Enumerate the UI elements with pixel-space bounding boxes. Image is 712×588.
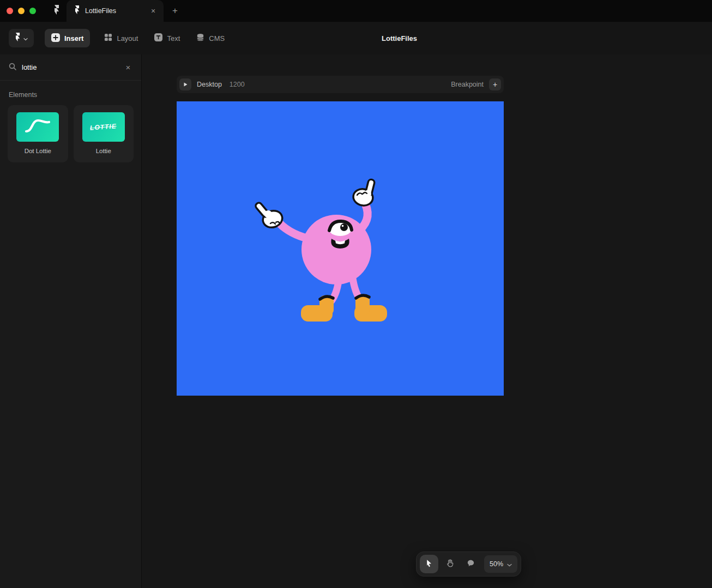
search-icon [9, 63, 16, 72]
lottie-thumbnail: LOTTIE [82, 112, 125, 142]
zoom-control[interactable]: 50% [484, 555, 517, 573]
main-menu-button[interactable] [9, 29, 34, 47]
comment-icon [466, 559, 475, 570]
element-cards: Dot Lottie LOTTIE Lottie [0, 105, 141, 162]
framer-logo-icon [74, 5, 80, 16]
cms-database-icon [196, 33, 204, 43]
hand-icon [445, 559, 455, 570]
select-tool-button[interactable] [420, 555, 438, 573]
chevron-down-icon [507, 559, 512, 569]
tab-title: LottieFiles [85, 7, 143, 15]
toolbar: Insert Layout Text CMS LottieFiles [0, 22, 712, 54]
insert-panel: × Elements Dot Lottie LOTTIE Lottie [0, 54, 142, 588]
close-window-button[interactable] [7, 8, 13, 14]
primary-breakpoint-button[interactable] [179, 78, 191, 90]
character-illustration [177, 101, 504, 396]
titlebar: LottieFiles × + [0, 0, 712, 22]
layout-button[interactable]: Layout [98, 29, 144, 47]
search-clear-icon[interactable]: × [123, 63, 134, 72]
add-breakpoint-button[interactable]: + [489, 78, 501, 90]
framer-logo-icon [15, 33, 21, 44]
text-label: Text [167, 34, 180, 43]
insert-icon [51, 33, 60, 44]
chevron-down-icon [23, 33, 28, 43]
text-button[interactable]: Text [148, 29, 186, 47]
view-controls-toolbar: 50% [416, 551, 521, 577]
layout-label: Layout [117, 34, 138, 43]
home-button[interactable] [50, 4, 63, 17]
breakpoint-add-label: Breakpoint [451, 81, 484, 88]
project-title: LottieFiles [382, 22, 417, 54]
canvas[interactable]: Desktop 1200 Breakpoint + [142, 54, 712, 588]
element-card-lottie[interactable]: LOTTIE Lottie [74, 105, 134, 162]
search-bar: × [0, 54, 141, 81]
maximize-window-button[interactable] [29, 8, 36, 14]
desktop-artboard[interactable] [177, 101, 504, 396]
breakpoint-width-value[interactable]: 1200 [230, 81, 245, 88]
new-tab-button[interactable]: + [169, 5, 181, 17]
cms-button[interactable]: CMS [190, 29, 231, 47]
tab-close-icon[interactable]: × [148, 6, 158, 16]
play-icon [183, 80, 188, 89]
text-icon [154, 33, 162, 43]
elements-section-label: Elements [9, 91, 132, 99]
element-label: Dot Lottie [25, 148, 51, 154]
dot-lottie-thumbnail [16, 112, 59, 142]
cms-label: CMS [209, 34, 225, 43]
lottie-wordmark-icon: LOTTIE [90, 122, 117, 131]
breakpoint-device-label[interactable]: Desktop [197, 81, 222, 88]
breakpoint-bar: Desktop 1200 Breakpoint + [177, 76, 504, 93]
comment-tool-button[interactable] [461, 555, 480, 573]
zoom-level: 50% [490, 560, 503, 568]
cursor-icon [425, 559, 434, 570]
dot-lottie-curve-icon [23, 117, 52, 137]
framer-logo-icon [53, 5, 60, 17]
search-input[interactable] [22, 63, 123, 71]
minimize-window-button[interactable] [18, 8, 25, 14]
insert-label: Insert [64, 34, 83, 43]
pan-tool-button[interactable] [441, 555, 459, 573]
layout-icon [104, 33, 112, 43]
tab-lottiefiles[interactable]: LottieFiles × [67, 0, 164, 22]
element-card-dot-lottie[interactable]: Dot Lottie [8, 105, 68, 162]
element-label: Lottie [96, 148, 111, 154]
insert-button[interactable]: Insert [45, 29, 90, 47]
window-controls [7, 8, 36, 14]
